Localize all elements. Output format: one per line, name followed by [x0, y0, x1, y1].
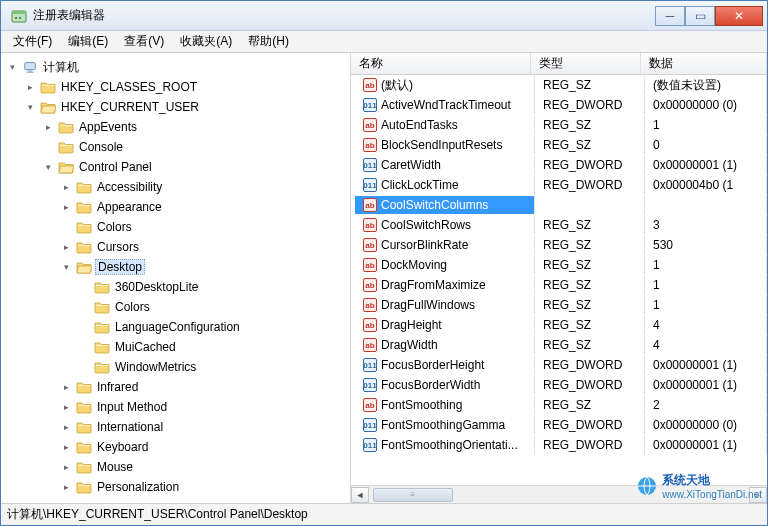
tree-item-international[interactable]: ▸International — [1, 417, 350, 437]
expand-icon[interactable]: ▸ — [23, 80, 37, 94]
value-type: REG_DWORD — [535, 376, 645, 394]
close-button[interactable]: ✕ — [715, 6, 763, 26]
tree-pane[interactable]: ▾计算机▸HKEY_CLASSES_ROOT▾HKEY_CURRENT_USER… — [1, 53, 351, 503]
value-row[interactable]: abAutoEndTasksREG_SZ1 — [351, 115, 767, 135]
value-name: ClickLockTime — [381, 178, 459, 192]
value-row[interactable]: 011ClickLockTimeREG_DWORD0x000004b0 (1 — [351, 175, 767, 195]
menu-edit[interactable]: 编辑(E) — [60, 31, 116, 52]
tree-item-muiCached[interactable]: MuiCached — [1, 337, 350, 357]
tree-item-hkcu[interactable]: ▾HKEY_CURRENT_USER — [1, 97, 350, 117]
tree-item-colors[interactable]: Colors — [1, 217, 350, 237]
binary-value-icon: 011 — [363, 98, 377, 112]
tree-item-inputMethod[interactable]: ▸Input Method — [1, 397, 350, 417]
value-name: DragWidth — [381, 338, 438, 352]
value-row[interactable]: 011FocusBorderWidthREG_DWORD0x00000001 (… — [351, 375, 767, 395]
expand-icon[interactable]: ▸ — [59, 440, 73, 454]
value-row[interactable]: 011FontSmoothingOrientati...REG_DWORD0x0… — [351, 435, 767, 455]
value-type: REG_DWORD — [535, 176, 645, 194]
tree-item-appEvents[interactable]: ▸AppEvents — [1, 117, 350, 137]
value-row[interactable]: 011FocusBorderHeightREG_DWORD0x00000001 … — [351, 355, 767, 375]
expand-placeholder — [77, 300, 91, 314]
value-row[interactable]: abFontSmoothingREG_SZ2 — [351, 395, 767, 415]
tree-item-windowMetrics[interactable]: WindowMetrics — [1, 357, 350, 377]
value-row[interactable]: abDragWidthREG_SZ4 — [351, 335, 767, 355]
tree-item-keyboard[interactable]: ▸Keyboard — [1, 437, 350, 457]
column-header-name[interactable]: 名称 — [351, 53, 531, 74]
value-name: FontSmoothingOrientati... — [381, 438, 518, 452]
collapse-icon[interactable]: ▾ — [41, 160, 55, 174]
folder-icon — [58, 120, 74, 134]
maximize-button[interactable]: ▭ — [685, 6, 715, 26]
tree-item-colors2[interactable]: Colors — [1, 297, 350, 317]
expand-icon[interactable]: ▸ — [59, 200, 73, 214]
expand-icon[interactable]: ▸ — [59, 460, 73, 474]
tree-item-personalization[interactable]: ▸Personalization — [1, 477, 350, 497]
value-row[interactable]: abDragFullWindowsREG_SZ1 — [351, 295, 767, 315]
value-data: 0x00000001 (1) — [645, 156, 767, 174]
collapse-icon[interactable]: ▾ — [5, 60, 19, 74]
minimize-button[interactable]: ─ — [655, 6, 685, 26]
value-row[interactable]: 011FontSmoothingGammaREG_DWORD0x00000000… — [351, 415, 767, 435]
tree-item-infrared[interactable]: ▸Infrared — [1, 377, 350, 397]
scroll-thumb[interactable]: ≡ — [373, 488, 453, 502]
menu-help[interactable]: 帮助(H) — [240, 31, 297, 52]
tree-label: MuiCached — [113, 340, 178, 354]
folder-open-icon — [58, 160, 74, 174]
menu-favorites[interactable]: 收藏夹(A) — [172, 31, 240, 52]
value-name: CaretWidth — [381, 158, 441, 172]
scroll-left-button[interactable]: ◄ — [351, 487, 369, 503]
globe-icon — [636, 475, 658, 497]
tree-item-langCfg[interactable]: LanguageConfiguration — [1, 317, 350, 337]
expand-icon[interactable]: ▸ — [59, 480, 73, 494]
value-name: ActiveWndTrackTimeout — [381, 98, 511, 112]
expand-icon[interactable]: ▸ — [59, 180, 73, 194]
column-header-data[interactable]: 数据 — [641, 53, 767, 74]
value-type: REG_SZ — [535, 116, 645, 134]
expand-placeholder — [77, 280, 91, 294]
collapse-icon[interactable]: ▾ — [59, 260, 73, 274]
expand-icon[interactable]: ▸ — [59, 400, 73, 414]
folder-icon — [76, 440, 92, 454]
expand-icon[interactable]: ▸ — [59, 240, 73, 254]
value-row[interactable]: abDockMovingREG_SZ1 — [351, 255, 767, 275]
tree-item-mouse[interactable]: ▸Mouse — [1, 457, 350, 477]
status-bar: 计算机\HKEY_CURRENT_USER\Control Panel\Desk… — [1, 503, 767, 525]
column-header-type[interactable]: 类型 — [531, 53, 641, 74]
value-row[interactable]: abCursorBlinkRateREG_SZ530 — [351, 235, 767, 255]
value-type: REG_SZ — [535, 276, 645, 294]
tree-item-appearance[interactable]: ▸Appearance — [1, 197, 350, 217]
value-name: CoolSwitchRows — [381, 218, 471, 232]
string-value-icon: ab — [363, 338, 377, 352]
tree-item-root[interactable]: ▾计算机 — [1, 57, 350, 77]
collapse-icon[interactable]: ▾ — [23, 100, 37, 114]
expand-icon[interactable]: ▸ — [59, 380, 73, 394]
list-rows[interactable]: ab(默认)REG_SZ(数值未设置)011ActiveWndTrackTime… — [351, 75, 767, 485]
value-row[interactable]: abDragHeightREG_SZ4 — [351, 315, 767, 335]
value-row[interactable]: abCoolSwitchColumnsREG_SZ7 — [351, 195, 767, 215]
tree-item-accessibility[interactable]: ▸Accessibility — [1, 177, 350, 197]
tree-item-console[interactable]: Console — [1, 137, 350, 157]
expand-icon[interactable]: ▸ — [41, 120, 55, 134]
tree-item-desktop[interactable]: ▾Desktop — [1, 257, 350, 277]
value-row[interactable]: abBlockSendInputResetsREG_SZ0 — [351, 135, 767, 155]
value-data: 1 — [645, 296, 767, 314]
string-value-icon: ab — [363, 238, 377, 252]
tree-label: Appearance — [95, 200, 164, 214]
tree-label: Accessibility — [95, 180, 164, 194]
value-row[interactable]: 011ActiveWndTrackTimeoutREG_DWORD0x00000… — [351, 95, 767, 115]
tree-item-desktopLite[interactable]: 360DesktopLite — [1, 277, 350, 297]
value-row[interactable]: 011CaretWidthREG_DWORD0x00000001 (1) — [351, 155, 767, 175]
menu-view[interactable]: 查看(V) — [116, 31, 172, 52]
tree-item-controlPanel[interactable]: ▾Control Panel — [1, 157, 350, 177]
value-row[interactable]: abDragFromMaximizeREG_SZ1 — [351, 275, 767, 295]
menu-file[interactable]: 文件(F) — [5, 31, 60, 52]
expand-icon[interactable]: ▸ — [59, 420, 73, 434]
value-data: 0x000004b0 (1 — [645, 176, 767, 194]
value-row[interactable]: abCoolSwitchRowsREG_SZ3 — [351, 215, 767, 235]
tree-item-hkcr[interactable]: ▸HKEY_CLASSES_ROOT — [1, 77, 350, 97]
value-row[interactable]: ab(默认)REG_SZ(数值未设置) — [351, 75, 767, 95]
tree-label: Mouse — [95, 460, 135, 474]
title-bar[interactable]: 注册表编辑器 ─ ▭ ✕ — [1, 1, 767, 31]
tree-item-cursors[interactable]: ▸Cursors — [1, 237, 350, 257]
value-name: DragHeight — [381, 318, 442, 332]
